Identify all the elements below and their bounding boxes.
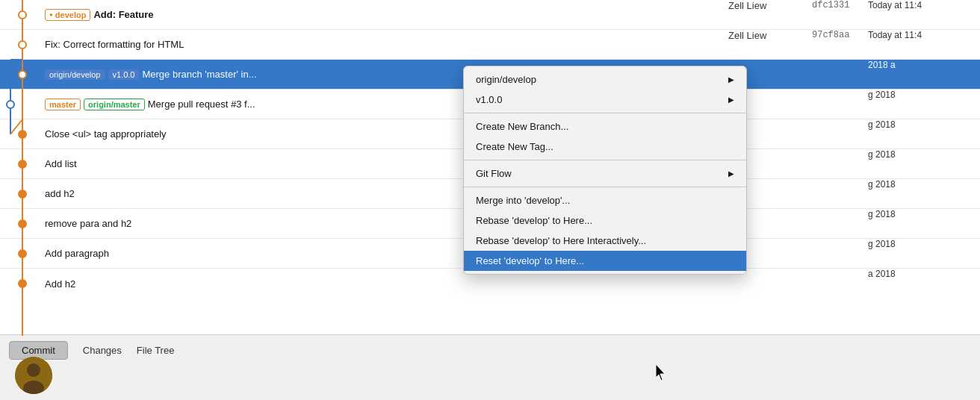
commit-message: Merge pull request #3 f...	[148, 99, 255, 110]
menu-item-v1[interactable]: v1.0.0 ▶	[464, 90, 746, 110]
commit-message: Merge branch 'master' in...	[142, 69, 256, 80]
graph-cell	[0, 179, 45, 208]
graph-cell	[0, 149, 45, 178]
commit-date: Today at 11:4	[868, 0, 980, 29]
commit-date: g 2018	[868, 209, 980, 238]
menu-item-label: Git Flow	[476, 168, 512, 179]
menu-separator	[464, 113, 746, 113]
commit-message: Add h2	[45, 278, 75, 290]
menu-item-rebase-develop[interactable]: Rebase 'develop' to Here...	[464, 210, 746, 231]
graph-cell	[0, 209, 45, 238]
commit-message: Add: Feature	[93, 9, 153, 20]
table-row[interactable]: Fix: Correct formatting for HTML Zell Li…	[0, 30, 980, 60]
graph-cell	[0, 269, 45, 299]
menu-item-label: Reset 'develop' to Here...	[476, 255, 584, 266]
graph-cell	[0, 119, 45, 149]
graph-cell	[0, 239, 45, 268]
menu-item-label: Create New Branch...	[476, 121, 568, 132]
bottom-toolbar: Commit Changes File Tree	[0, 334, 980, 400]
menu-item-label: Create New Tag...	[476, 141, 553, 152]
menu-separator	[464, 160, 746, 160]
submenu-arrow-icon: ▶	[728, 75, 734, 84]
commit-message: Close <ul> tag appropriately	[45, 128, 167, 140]
graph-cell	[0, 90, 45, 119]
commit-message: Fix: Correct formatting for HTML	[45, 39, 184, 50]
commit-date: 2018 a	[868, 60, 980, 89]
commit-message: Add paragraph	[45, 248, 109, 259]
menu-item-create-branch[interactable]: Create New Branch...	[464, 116, 746, 137]
develop-branch-tag: develop	[45, 9, 90, 21]
commit-message: Add list	[45, 158, 77, 169]
svg-point-15	[27, 363, 40, 377]
graph-cell	[0, 60, 45, 89]
commit-hash	[812, 60, 868, 89]
context-menu: origin/develop ▶ v1.0.0 ▶ Create New Bra…	[463, 66, 747, 275]
origin-develop-pill: origin/develop	[45, 69, 105, 80]
main-area: develop Add: Feature Zell Liew dfc1331 T…	[0, 0, 980, 400]
commit-date: a 2018	[868, 269, 980, 299]
changes-tab[interactable]: Changes	[83, 345, 122, 356]
commit-hash: dfc1331	[812, 0, 868, 29]
commit-author: Zell Liew	[722, 30, 812, 59]
menu-item-create-tag[interactable]: Create New Tag...	[464, 137, 746, 157]
commit-message: add h2	[45, 188, 75, 199]
commit-hash: 97cf8aa	[812, 30, 868, 59]
commit-date: g 2018	[868, 90, 980, 119]
commit-date: Today at 11:4	[868, 30, 980, 59]
menu-item-label: Rebase 'develop' to Here...	[476, 215, 592, 226]
commit-hash	[812, 90, 868, 119]
toolbar-tabs: Commit Changes File Tree	[0, 335, 980, 366]
menu-item-rebase-interactive[interactable]: Rebase 'develop' to Here Interactively..…	[464, 231, 746, 251]
graph-cell	[0, 30, 45, 59]
submenu-arrow-icon: ▶	[728, 169, 734, 178]
menu-item-origin-develop[interactable]: origin/develop ▶	[464, 69, 746, 90]
commit-message-cell: Fix: Correct formatting for HTML	[45, 30, 722, 59]
commit-message-cell: develop Add: Feature	[45, 0, 722, 29]
menu-item-label: v1.0.0	[476, 94, 502, 105]
menu-separator	[464, 187, 746, 187]
submenu-arrow-icon: ▶	[728, 96, 734, 104]
menu-item-git-flow[interactable]: Git Flow ▶	[464, 163, 746, 184]
origin-master-tag: origin/master	[84, 99, 145, 110]
menu-item-merge-into[interactable]: Merge into 'develop'...	[464, 190, 746, 210]
v1-pill: v1.0.0	[108, 69, 140, 80]
commit-date: g 2018	[868, 149, 980, 178]
master-branch-tag: master	[45, 99, 81, 110]
commit-message: remove para and h2	[45, 218, 131, 229]
menu-item-label: Merge into 'develop'...	[476, 195, 570, 206]
commit-date: g 2018	[868, 239, 980, 268]
table-row[interactable]: develop Add: Feature Zell Liew dfc1331 T…	[0, 0, 980, 30]
file-tree-tab[interactable]: File Tree	[137, 345, 175, 356]
commit-date: g 2018	[868, 119, 980, 149]
menu-item-label: origin/develop	[476, 74, 536, 85]
menu-item-label: Rebase 'develop' to Here Interactively..…	[476, 235, 646, 246]
commit-author: Zell Liew	[722, 0, 812, 29]
avatar-area	[15, 357, 52, 394]
avatar-image	[15, 357, 52, 394]
commit-date: g 2018	[868, 179, 980, 208]
graph-cell	[0, 0, 45, 29]
avatar	[15, 357, 52, 394]
menu-item-reset-develop[interactable]: Reset 'develop' to Here...	[464, 251, 746, 271]
